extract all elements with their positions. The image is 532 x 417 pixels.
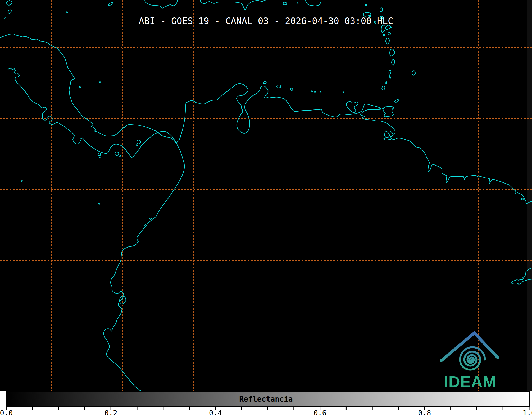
satellite-image-product: ABI - GOES 19 - CANAL 03 - 2026-04-30 03…: [0, 0, 532, 417]
colorbar-tick-label: 0.8: [418, 409, 431, 417]
colorbar-tick-label: 0.2: [104, 409, 117, 417]
image-title: ABI - GOES 19 - CANAL 03 - 2026-04-30 03…: [0, 16, 532, 26]
logo-text: IDEAM: [444, 373, 496, 391]
colorbar-tick-label: 1.0: [523, 409, 532, 417]
colorbar: Reflectancia 0.00.20.40.60.81.0: [0, 391, 532, 417]
colorbar-label: Reflectancia: [0, 395, 532, 404]
colorbar-tick-label: 0.6: [313, 409, 326, 417]
ideam-logo: IDEAM: [434, 325, 503, 391]
satellite-map: ABI - GOES 19 - CANAL 03 - 2026-04-30 03…: [0, 0, 532, 391]
colorbar-tick-label: 0.0: [0, 409, 13, 417]
colorbar-tick-label: 0.4: [209, 409, 222, 417]
scan-edge-strip: [527, 0, 532, 391]
colorbar-axis: 0.00.20.40.60.81.0: [0, 407, 532, 417]
logo-hurricane-spiral-icon: [460, 347, 485, 370]
